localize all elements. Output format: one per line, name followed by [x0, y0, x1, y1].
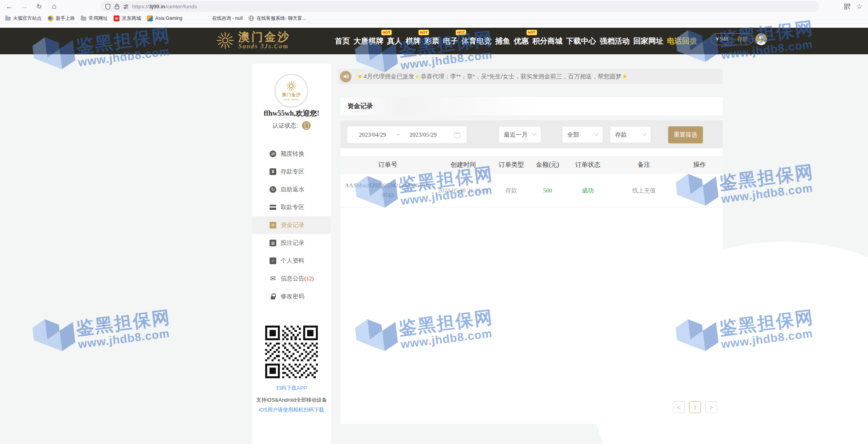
watermark-logo-icon — [29, 313, 79, 362]
nav-item-points-mall[interactable]: 积分商城 — [532, 36, 562, 46]
lock-icon — [270, 293, 276, 300]
speaker-icon — [340, 71, 351, 82]
hot-badge: HOT — [381, 30, 392, 35]
welcome-text: ffhw55wh,欢迎您! — [252, 109, 331, 118]
remark-cell: 线上充值 — [612, 187, 676, 194]
page-title: 资金记录 — [348, 102, 373, 111]
nav-item-fishing[interactable]: 捕鱼 — [495, 36, 510, 46]
range-select[interactable]: 最近一月 — [499, 126, 541, 143]
chevron-down-icon — [532, 131, 536, 136]
sidebar: 澳门金沙 Sands Macao ffhw55wh,欢迎您! 认证状态: ⇄额度… — [252, 64, 331, 444]
sidebar-item-notices[interactable]: ✉信息公告(12) — [252, 270, 331, 288]
bookmark-item[interactable]: Asia Gaming — [147, 15, 182, 21]
bookmark-item[interactable]: 在线咨询 - null — [212, 15, 243, 22]
sidebar-item-withdraw[interactable]: 取款专区 — [252, 198, 331, 216]
site-logo[interactable]: 澳门金沙 Sands 3Js.Com — [216, 31, 291, 50]
balance-pill[interactable]: ￥948 存款 — [710, 33, 753, 45]
nav-item-callback[interactable]: 电话回拨 — [667, 36, 697, 46]
next-page-button[interactable]: > — [705, 401, 717, 413]
nav-item-lottery[interactable]: 彩票 — [424, 36, 439, 46]
phone-cert-icon[interactable] — [302, 121, 311, 130]
hot-badge: HOT — [526, 30, 537, 35]
lock-icon[interactable] — [114, 4, 120, 10]
bookmark-item[interactable]: 新手上路 — [47, 15, 75, 22]
nav-item-home[interactable]: 首页 — [335, 36, 350, 46]
deposit-link[interactable]: 存款 — [732, 36, 753, 43]
star-icon: ★ — [622, 73, 627, 80]
bankcard-icon — [270, 204, 276, 211]
nav-item-sports[interactable]: 体育电竞 — [462, 36, 492, 46]
bookmark-star-icon[interactable]: ☆ — [857, 2, 862, 11]
reload-icon[interactable]: ↻ — [33, 1, 45, 11]
sidebar-menu: ⇄额度转换 ¥存款专区 ↻自助返水 取款专区 ≡资金记录 ▥投注记录 ✓个人资料… — [252, 145, 331, 305]
nav-item-events[interactable]: 强档活动 — [600, 36, 630, 46]
qr-download-link[interactable]: 扫码下载APP — [252, 385, 331, 392]
notice-count-badge: (12) — [304, 276, 313, 282]
forward-icon[interactable]: → — [18, 1, 30, 11]
nav-item-home-url[interactable]: 回家网址 — [633, 36, 663, 46]
nav-item-live[interactable]: 真人 — [387, 36, 402, 46]
nav-item-chess[interactable]: 棋牌HOT — [406, 36, 421, 46]
sparkle-icon: ★ — [415, 74, 420, 80]
permissions-icon[interactable] — [123, 4, 129, 10]
pagination: < 1 > — [673, 401, 717, 413]
sidebar-item-change-password[interactable]: 修改密码 — [252, 288, 331, 305]
status-select[interactable]: 全部 — [562, 126, 603, 143]
amount-cell: 500 — [531, 187, 564, 194]
globe-icon — [249, 15, 254, 21]
page-title-bar: 资金记录 — [340, 97, 723, 115]
chevron-down-icon — [642, 131, 646, 136]
date-separator: ~ — [391, 131, 405, 138]
shield-icon[interactable] — [105, 4, 111, 10]
qr-scan-icon[interactable] — [844, 4, 850, 10]
table-header-row: 订单号 创建时间 订单类型 金额(元) 订单状态 备注 操作 — [340, 156, 723, 174]
sidebar-item-profile[interactable]: ✓个人资料 — [252, 252, 331, 270]
col-header: 订单号 — [340, 161, 435, 169]
exchange-icon: ⇄ — [270, 151, 276, 157]
bookmark-item[interactable]: 常用网址 — [81, 15, 108, 22]
nav-item-download[interactable]: 下载中心 — [566, 36, 596, 46]
sun-logo-icon — [286, 80, 297, 91]
jd-icon: JD — [114, 15, 120, 21]
bookmark-item[interactable]: JD京东商城 — [114, 15, 141, 22]
page-number-current[interactable]: 1 — [689, 401, 701, 413]
sidebar-item-deposit[interactable]: ¥存款专区 — [252, 163, 331, 181]
toolbar-right: ☆ — [844, 1, 862, 12]
date-from-value[interactable]: 2023/04/29 — [354, 131, 391, 138]
page-top-strip — [0, 24, 868, 28]
url-bar[interactable]: https://3j99.in/center/funds — [100, 1, 819, 12]
type-select[interactable]: 存款 — [610, 126, 651, 143]
nav-item-datang[interactable]: 大唐棋牌HOT — [353, 36, 384, 46]
col-header: 订单类型 — [492, 161, 531, 169]
table-row: AAShhwzf202305282124433646490743 2023-05… — [340, 174, 723, 208]
profile-icon: ✓ — [270, 257, 276, 264]
logo-subtitle: Sands 3Js.Com — [238, 43, 291, 50]
nav-item-promo[interactable]: 优惠HOT — [514, 36, 529, 46]
col-header: 订单状态 — [564, 161, 612, 169]
star-icon: ★ — [357, 73, 363, 80]
user-avatar[interactable] — [755, 33, 767, 45]
url-text[interactable]: https://3j99.in/center/funds — [132, 4, 197, 10]
date-range-picker[interactable]: 2023/04/29 ~ 2023/05/29 — [348, 126, 467, 143]
calendar-icon[interactable] — [454, 132, 460, 138]
qr-ios-link[interactable]: iOS用户请使用相机扫码下载 — [252, 406, 331, 414]
screen: ← → ↻ ⌂ https://3j99.in/center/funds ☆ 火… — [0, 0, 868, 444]
bookmark-item[interactable]: 火狐官方站点 — [5, 15, 42, 22]
sidebar-item-funds-record[interactable]: ≡资金记录 — [252, 216, 331, 234]
home-icon[interactable]: ⌂ — [48, 1, 60, 11]
sidebar-item-bet-record[interactable]: ▥投注记录 — [252, 234, 331, 252]
bet-record-icon: ▥ — [270, 240, 276, 246]
cert-status-label: 认证状态: — [272, 122, 298, 130]
date-to-value[interactable]: 2023/05/29 — [405, 131, 442, 138]
col-header: 创建时间 — [435, 161, 492, 169]
sidebar-item-quota-transfer[interactable]: ⇄额度转换 — [252, 145, 331, 163]
created-at-cell: 2023-05-28 21:25:13 — [435, 187, 492, 194]
balance-amount: ￥948 — [711, 36, 732, 43]
sidebar-item-rebate[interactable]: ↻自助返水 — [252, 181, 331, 198]
reset-filter-button[interactable]: 重置筛选 — [668, 126, 703, 143]
nav-item-slots[interactable]: 电子HOT — [443, 36, 458, 46]
back-icon[interactable]: ← — [3, 1, 15, 11]
prev-page-button[interactable]: < — [673, 401, 685, 413]
bookmark-item[interactable]: 在线客服系统- 聊天富... — [249, 15, 306, 22]
sun-logo-icon — [216, 31, 235, 50]
